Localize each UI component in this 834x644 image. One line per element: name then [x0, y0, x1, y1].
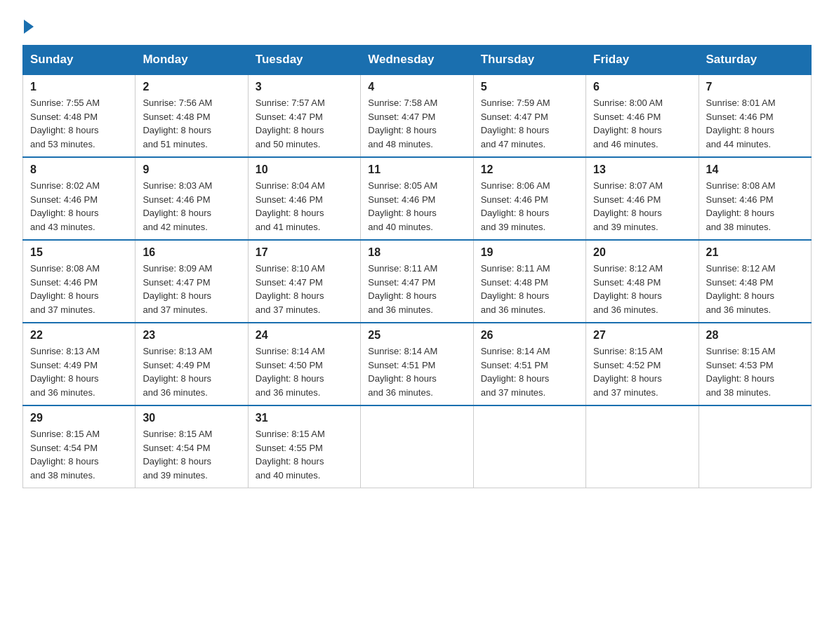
day-info: Sunrise: 8:14 AMSunset: 4:50 PMDaylight:…: [256, 344, 353, 399]
day-info: Sunrise: 8:15 AMSunset: 4:54 PMDaylight:…: [30, 427, 128, 482]
day-number: 18: [368, 246, 465, 259]
calendar-cell: 2Sunrise: 7:56 AMSunset: 4:48 PMDaylight…: [135, 74, 248, 157]
header-day-tuesday: Tuesday: [248, 46, 360, 75]
calendar-cell: 13Sunrise: 8:07 AMSunset: 4:46 PMDayligh…: [586, 157, 699, 240]
calendar-cell: 4Sunrise: 7:58 AMSunset: 4:47 PMDaylight…: [361, 74, 473, 157]
calendar-cell: 10Sunrise: 8:04 AMSunset: 4:46 PMDayligh…: [248, 157, 360, 240]
calendar-cell: 3Sunrise: 7:57 AMSunset: 4:47 PMDaylight…: [248, 74, 360, 157]
calendar-header-row: SundayMondayTuesdayWednesdayThursdayFrid…: [23, 46, 812, 75]
calendar-cell: 7Sunrise: 8:01 AMSunset: 4:46 PMDaylight…: [699, 74, 811, 157]
header-day-wednesday: Wednesday: [361, 46, 473, 75]
day-info: Sunrise: 8:09 AMSunset: 4:47 PMDaylight:…: [143, 262, 240, 316]
calendar-cell: 25Sunrise: 8:14 AMSunset: 4:51 PMDayligh…: [361, 323, 473, 405]
day-number: 15: [30, 246, 128, 259]
day-info: Sunrise: 8:15 AMSunset: 4:52 PMDaylight:…: [593, 344, 691, 399]
day-info: Sunrise: 8:15 AMSunset: 4:55 PMDaylight:…: [256, 427, 353, 482]
header-day-friday: Friday: [586, 46, 699, 75]
calendar-cell: 22Sunrise: 8:13 AMSunset: 4:49 PMDayligh…: [23, 323, 135, 405]
calendar-cell: 26Sunrise: 8:14 AMSunset: 4:51 PMDayligh…: [473, 323, 585, 405]
day-number: 7: [706, 81, 804, 93]
calendar-week-row: 1Sunrise: 7:55 AMSunset: 4:48 PMDaylight…: [23, 74, 812, 157]
day-number: 29: [30, 412, 128, 424]
calendar-cell: 8Sunrise: 8:02 AMSunset: 4:46 PMDaylight…: [23, 157, 135, 240]
calendar-cell: 12Sunrise: 8:06 AMSunset: 4:46 PMDayligh…: [473, 157, 585, 240]
day-number: 21: [706, 246, 804, 259]
day-info: Sunrise: 8:15 AMSunset: 4:53 PMDaylight:…: [706, 344, 804, 399]
day-number: 31: [256, 412, 353, 424]
day-number: 9: [143, 163, 240, 176]
day-info: Sunrise: 8:01 AMSunset: 4:46 PMDaylight:…: [706, 96, 804, 151]
calendar-cell: 29Sunrise: 8:15 AMSunset: 4:54 PMDayligh…: [23, 405, 135, 488]
day-number: 17: [256, 246, 353, 259]
day-number: 28: [706, 329, 804, 342]
day-number: 30: [143, 412, 240, 424]
day-number: 16: [143, 246, 240, 259]
header-day-sunday: Sunday: [23, 46, 135, 75]
day-info: Sunrise: 8:11 AMSunset: 4:47 PMDaylight:…: [368, 262, 465, 316]
day-number: 11: [368, 163, 465, 176]
calendar-cell: 30Sunrise: 8:15 AMSunset: 4:54 PMDayligh…: [135, 405, 248, 488]
day-info: Sunrise: 8:14 AMSunset: 4:51 PMDaylight:…: [481, 344, 578, 399]
header-day-monday: Monday: [135, 46, 248, 75]
day-number: 10: [256, 163, 353, 176]
day-number: 6: [593, 81, 691, 93]
day-info: Sunrise: 8:10 AMSunset: 4:47 PMDaylight:…: [256, 262, 353, 316]
calendar-cell: 9Sunrise: 8:03 AMSunset: 4:46 PMDaylight…: [135, 157, 248, 240]
calendar-cell: 17Sunrise: 8:10 AMSunset: 4:47 PMDayligh…: [248, 240, 360, 323]
day-info: Sunrise: 8:14 AMSunset: 4:51 PMDaylight:…: [368, 344, 465, 399]
calendar-cell: 6Sunrise: 8:00 AMSunset: 4:46 PMDaylight…: [586, 74, 699, 157]
calendar-cell: [699, 405, 811, 488]
day-info: Sunrise: 8:07 AMSunset: 4:46 PMDaylight:…: [593, 179, 691, 234]
day-number: 2: [143, 81, 240, 93]
calendar-cell: 21Sunrise: 8:12 AMSunset: 4:48 PMDayligh…: [699, 240, 811, 323]
day-info: Sunrise: 8:06 AMSunset: 4:46 PMDaylight:…: [481, 179, 578, 234]
day-number: 24: [256, 329, 353, 342]
day-number: 13: [593, 163, 691, 176]
day-info: Sunrise: 8:08 AMSunset: 4:46 PMDaylight:…: [706, 179, 804, 234]
day-info: Sunrise: 8:15 AMSunset: 4:54 PMDaylight:…: [143, 427, 240, 482]
calendar-cell: [586, 405, 699, 488]
day-info: Sunrise: 7:56 AMSunset: 4:48 PMDaylight:…: [143, 96, 240, 151]
day-info: Sunrise: 8:03 AMSunset: 4:46 PMDaylight:…: [143, 179, 240, 234]
day-info: Sunrise: 8:02 AMSunset: 4:46 PMDaylight:…: [30, 179, 128, 234]
day-info: Sunrise: 7:59 AMSunset: 4:47 PMDaylight:…: [481, 96, 578, 151]
day-number: 14: [706, 163, 804, 176]
calendar-cell: 15Sunrise: 8:08 AMSunset: 4:46 PMDayligh…: [23, 240, 135, 323]
day-info: Sunrise: 7:57 AMSunset: 4:47 PMDaylight:…: [256, 96, 353, 151]
calendar-cell: 28Sunrise: 8:15 AMSunset: 4:53 PMDayligh…: [699, 323, 811, 405]
calendar-cell: 16Sunrise: 8:09 AMSunset: 4:47 PMDayligh…: [135, 240, 248, 323]
calendar-cell: [473, 405, 585, 488]
day-info: Sunrise: 8:05 AMSunset: 4:46 PMDaylight:…: [368, 179, 465, 234]
calendar-week-row: 22Sunrise: 8:13 AMSunset: 4:49 PMDayligh…: [23, 323, 812, 405]
day-number: 22: [30, 329, 128, 342]
day-number: 23: [143, 329, 240, 342]
calendar-cell: 19Sunrise: 8:11 AMSunset: 4:48 PMDayligh…: [473, 240, 585, 323]
day-number: 12: [481, 163, 578, 176]
day-number: 5: [481, 81, 578, 93]
day-info: Sunrise: 8:00 AMSunset: 4:46 PMDaylight:…: [593, 96, 691, 151]
day-info: Sunrise: 8:12 AMSunset: 4:48 PMDaylight:…: [593, 262, 691, 316]
day-info: Sunrise: 8:13 AMSunset: 4:49 PMDaylight:…: [143, 344, 240, 399]
day-number: 20: [593, 246, 691, 259]
day-number: 4: [368, 81, 465, 93]
day-info: Sunrise: 8:04 AMSunset: 4:46 PMDaylight:…: [256, 179, 353, 234]
day-info: Sunrise: 8:11 AMSunset: 4:48 PMDaylight:…: [481, 262, 578, 316]
calendar-cell: 1Sunrise: 7:55 AMSunset: 4:48 PMDaylight…: [23, 74, 135, 157]
calendar-week-row: 29Sunrise: 8:15 AMSunset: 4:54 PMDayligh…: [23, 405, 812, 488]
day-number: 1: [30, 81, 128, 93]
header: [22, 17, 812, 31]
calendar-cell: 11Sunrise: 8:05 AMSunset: 4:46 PMDayligh…: [361, 157, 473, 240]
calendar-cell: 31Sunrise: 8:15 AMSunset: 4:55 PMDayligh…: [248, 405, 360, 488]
calendar-cell: 27Sunrise: 8:15 AMSunset: 4:52 PMDayligh…: [586, 323, 699, 405]
header-day-thursday: Thursday: [473, 46, 585, 75]
calendar-table: SundayMondayTuesdayWednesdayThursdayFrid…: [22, 45, 812, 488]
logo-arrow-icon: [24, 20, 34, 34]
day-info: Sunrise: 7:58 AMSunset: 4:47 PMDaylight:…: [368, 96, 465, 151]
day-info: Sunrise: 8:13 AMSunset: 4:49 PMDaylight:…: [30, 344, 128, 399]
header-day-saturday: Saturday: [699, 46, 811, 75]
day-info: Sunrise: 7:55 AMSunset: 4:48 PMDaylight:…: [30, 96, 128, 151]
calendar-cell: 23Sunrise: 8:13 AMSunset: 4:49 PMDayligh…: [135, 323, 248, 405]
calendar-week-row: 8Sunrise: 8:02 AMSunset: 4:46 PMDaylight…: [23, 157, 812, 240]
day-number: 19: [481, 246, 578, 259]
logo: [22, 17, 34, 31]
